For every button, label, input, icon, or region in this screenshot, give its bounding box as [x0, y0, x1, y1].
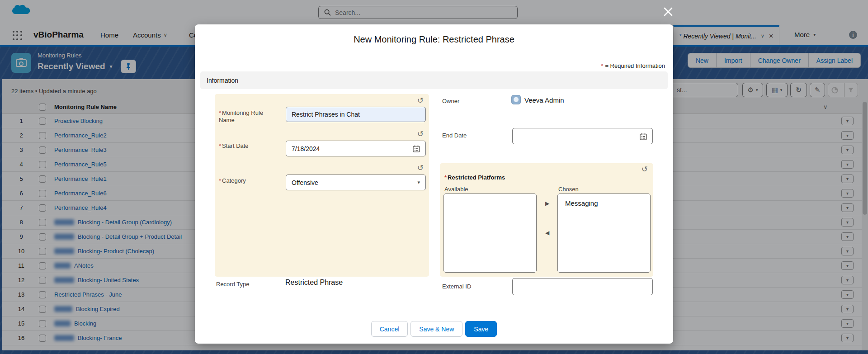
record-type-value: Restricted Phrase — [285, 278, 343, 287]
end-date-input[interactable] — [512, 128, 653, 144]
undo-icon[interactable]: ↺ — [417, 97, 424, 104]
chosen-listbox[interactable]: Messaging — [557, 194, 651, 273]
start-date-input[interactable] — [286, 141, 426, 156]
owner-avatar — [511, 95, 521, 104]
category-select[interactable]: Offensive ▾ — [286, 175, 426, 190]
chosen-label: Chosen — [558, 186, 579, 193]
footer-divider — [195, 314, 673, 314]
field-label-external-id: External ID — [442, 283, 471, 290]
modal-close-button[interactable] — [661, 5, 675, 19]
external-id-input[interactable] — [512, 278, 653, 295]
owner-value[interactable]: Veeva Admin — [524, 96, 564, 104]
modal-title: New Monitoring Rule: Restricted Phrase — [195, 34, 673, 45]
select-caret-icon: ▾ — [417, 179, 420, 185]
save-button[interactable]: Save — [465, 321, 497, 337]
field-label-start-date: *Start Date — [219, 142, 249, 150]
modal-footer: Cancel Save & New Save — [195, 321, 673, 337]
required-info-note: *= Required Information — [601, 62, 665, 69]
new-monitoring-rule-modal: New Monitoring Rule: Restricted Phrase *… — [195, 24, 673, 344]
field-label-record-type: Record Type — [216, 281, 249, 288]
app-window: ★ ▾ + ? ⚙ vBioPharma Home Accounts∨ Con … — [0, 0, 868, 354]
field-label-name: *Monitoring Rule Name — [219, 109, 278, 124]
save-and-new-button[interactable]: Save & New — [410, 321, 462, 337]
field-label-category: *Category — [219, 177, 246, 184]
required-asterisk: * — [601, 62, 603, 69]
field-label-restricted-platforms: *Restricted Platforms — [444, 174, 505, 181]
close-x-icon — [661, 5, 675, 19]
undo-icon[interactable]: ↺ — [417, 130, 424, 138]
move-left-arrow-icon[interactable]: ◀ — [545, 230, 549, 236]
move-right-arrow-icon[interactable]: ▶ — [545, 200, 549, 207]
restricted-platforms-panel: ↺ *Restricted Platforms Available Chosen… — [440, 163, 653, 277]
field-label-end-date: End Date — [442, 132, 467, 139]
available-label: Available — [444, 186, 468, 193]
monitoring-rule-name-input[interactable] — [286, 107, 426, 122]
cancel-button[interactable]: Cancel — [371, 321, 408, 337]
chosen-platform-item[interactable]: Messaging — [558, 194, 650, 207]
available-listbox[interactable] — [443, 194, 537, 273]
information-section-header: Information — [200, 71, 668, 89]
edit-fields-panel: ↺ *Monitoring Rule Name ↺ *Start Date ↺ … — [215, 94, 429, 277]
undo-icon[interactable]: ↺ — [642, 165, 648, 173]
category-value: Offensive — [292, 179, 318, 186]
undo-icon[interactable]: ↺ — [417, 164, 424, 172]
field-label-owner: Owner — [442, 98, 459, 105]
